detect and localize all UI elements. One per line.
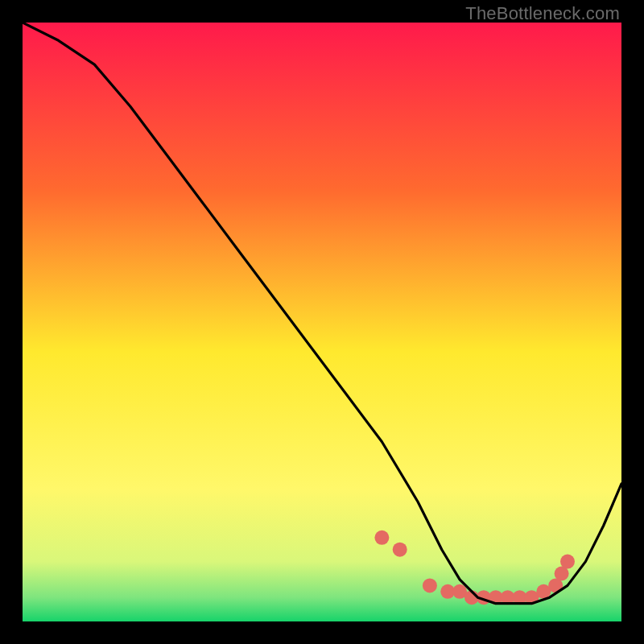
marker-dot xyxy=(560,555,575,569)
chart-background xyxy=(23,23,621,621)
watermark-text: TheBottleneck.com xyxy=(465,3,620,24)
marker-dot xyxy=(393,543,407,557)
chart-plot xyxy=(23,23,621,621)
chart-svg xyxy=(23,23,621,621)
marker-dot xyxy=(374,530,389,545)
chart-frame xyxy=(23,23,621,621)
marker-dot xyxy=(423,578,437,592)
